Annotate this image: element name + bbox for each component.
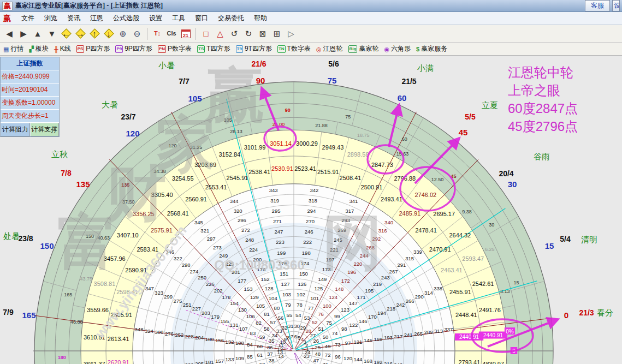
- toolbar-item-winner-wheel[interactable]: Big赢家轮: [348, 44, 379, 53]
- menu-item-窗口[interactable]: 窗口: [190, 13, 213, 24]
- wheel-number: 289: [424, 329, 433, 335]
- rotate-ccw-icon[interactable]: ↺: [227, 27, 241, 40]
- wheel-number: 73: [335, 342, 341, 348]
- winner-service-label: 赢家服务: [421, 44, 447, 53]
- center-tool-icon[interactable]: ⊞: [270, 27, 284, 40]
- coefficient-row: 变换系数=1.00000: [1, 97, 59, 110]
- wheel-number: 131: [230, 322, 239, 328]
- nav-right-icon[interactable]: ▶: [16, 27, 31, 40]
- menu-item-公式选股[interactable]: 公式选股: [108, 13, 144, 24]
- wheel-number: 144: [354, 356, 363, 362]
- wheel-number: 2500.91: [361, 184, 383, 190]
- wheel-number: 2523.41: [294, 165, 316, 172]
- wheel-number: 127: [281, 281, 290, 287]
- wheel-number: 224: [249, 247, 258, 253]
- menu-item-资讯[interactable]: 资讯: [62, 13, 85, 24]
- outer-date-label: 5/5: [465, 112, 476, 121]
- toolbar-item-p-square[interactable]: PSP四方形: [76, 44, 110, 53]
- wheel-number: 26: [313, 338, 319, 344]
- toolbar-item-gann-wheel[interactable]: ◎江恩轮: [316, 44, 343, 53]
- wheel-number: 271: [273, 218, 282, 224]
- toolbar-item-p-table[interactable]: PNP数字表: [158, 44, 192, 53]
- rotate-cw-icon[interactable]: ↻: [241, 27, 256, 40]
- menu-item-工具[interactable]: 工具: [167, 13, 190, 24]
- triangle-tool-icon[interactable]: △: [213, 27, 227, 40]
- solar-term-label: 小满: [417, 63, 434, 73]
- winner-service-icon: $: [416, 46, 419, 52]
- wheel-number: 319: [270, 198, 279, 204]
- wheel-number: 82: [256, 320, 262, 326]
- toolbar-item-9t-square[interactable]: T99T四方形: [236, 44, 272, 53]
- customer-service-button[interactable]: 客服: [585, 0, 610, 11]
- outer-degree-label: 0: [564, 311, 568, 320]
- wheel-number: 216: [384, 361, 393, 364]
- wheel-number: 2485.91: [399, 210, 420, 217]
- solar-term-label: 春分: [597, 308, 613, 317]
- wheel-number: 18.75: [357, 133, 370, 138]
- wheel-number: 101: [310, 295, 319, 301]
- nav-up-icon[interactable]: ▲: [31, 27, 45, 40]
- wheel-number: 3.13: [500, 289, 510, 294]
- app-logo-icon: 赢: [2, 2, 13, 10]
- wheel-number: 273: [213, 244, 222, 250]
- solar-term-label: 大暑: [102, 100, 118, 109]
- menu-item-帮助[interactable]: 帮助: [249, 13, 272, 24]
- step-down-icon[interactable]: ↓: [102, 27, 116, 40]
- wheel-number: 123: [341, 307, 349, 313]
- wheel-number: 28.13: [230, 129, 242, 134]
- calendar-icon[interactable]: 21: [179, 27, 193, 40]
- outer-date-label: 23/8: [18, 234, 33, 243]
- nav-down-icon[interactable]: ▼: [45, 27, 59, 40]
- cls-icon[interactable]: Cls: [164, 27, 179, 40]
- nav-left-icon[interactable]: ◀: [2, 27, 16, 40]
- step-up-icon[interactable]: ↑: [87, 27, 102, 40]
- price-row: 价格=2440.9099: [1, 70, 59, 83]
- sectors-label: 板块: [35, 44, 49, 53]
- clipped-button[interactable]: 设: [612, 0, 620, 11]
- outer-date-label: 21/6: [251, 59, 266, 68]
- menu-item-设置[interactable]: 设置: [144, 13, 167, 24]
- wheel-number: 177: [238, 278, 246, 284]
- menu-item-交易委托[interactable]: 交易委托: [213, 13, 249, 24]
- calc-resistance-button[interactable]: 计算阻力: [1, 123, 30, 136]
- wheel-number: 2538.41: [248, 169, 270, 175]
- annotation-line: 上帝之眼: [508, 81, 578, 99]
- zoom-out-icon[interactable]: ⊖: [130, 27, 144, 40]
- menu-item-文件[interactable]: 文件: [16, 13, 39, 24]
- toolbar-item-hexagon[interactable]: ◉六角形: [384, 44, 411, 53]
- t-range-icon[interactable]: T↕: [150, 27, 164, 40]
- wheel-number: 107: [239, 326, 248, 332]
- toolbar-item-t-table[interactable]: TNT数字表: [277, 44, 311, 53]
- toolbar-item-t-square[interactable]: TST四方形: [197, 44, 230, 53]
- outer-degree-label: 30: [508, 180, 517, 189]
- step-left-icon[interactable]: ←: [59, 27, 73, 40]
- menu-item-江恩[interactable]: 江恩: [85, 13, 108, 24]
- toolbar-item-winner-service[interactable]: $赢家服务: [416, 44, 447, 53]
- wheel-number: 203: [202, 310, 210, 316]
- toolbar-item-kline[interactable]: ╫K线: [54, 44, 71, 53]
- toolbar-separator: [196, 28, 196, 40]
- toolbar-item-9p-square[interactable]: P99P四方形: [115, 44, 152, 53]
- wheel-number: 2560.91: [185, 196, 207, 202]
- outer-degree-label: 90: [256, 76, 265, 85]
- menu-item-浏览[interactable]: 浏览: [39, 13, 62, 24]
- wheel-number: 2515.91: [317, 169, 339, 175]
- toolbar-item-quotes[interactable]: ▦行情: [3, 44, 23, 53]
- toolbar-item-sectors[interactable]: ▞板块: [29, 44, 48, 53]
- rect-tool-icon[interactable]: □: [199, 27, 213, 40]
- wheel-number: 2793.41: [458, 359, 480, 364]
- wheel-number: 219: [373, 281, 382, 287]
- 9p-square-label: 9P四方形: [125, 44, 152, 53]
- wheel-number: 313: [434, 328, 443, 334]
- wheel-number: 2898.58: [347, 151, 369, 158]
- wheel-number: 124: [329, 294, 337, 300]
- wheel-number: 192: [374, 359, 382, 364]
- expand-tool-icon[interactable]: ⊠: [256, 27, 270, 40]
- pointer-tool-icon[interactable]: ▷: [284, 27, 298, 40]
- wheel-number: 108: [235, 340, 244, 346]
- step-right-icon[interactable]: →: [73, 27, 87, 40]
- calc-support-button[interactable]: 计算支撑: [30, 123, 60, 136]
- zoom-in-icon[interactable]: ⊕: [116, 27, 130, 40]
- wheel-number: 78: [297, 302, 303, 308]
- wheel-number: 2542.61: [472, 281, 494, 287]
